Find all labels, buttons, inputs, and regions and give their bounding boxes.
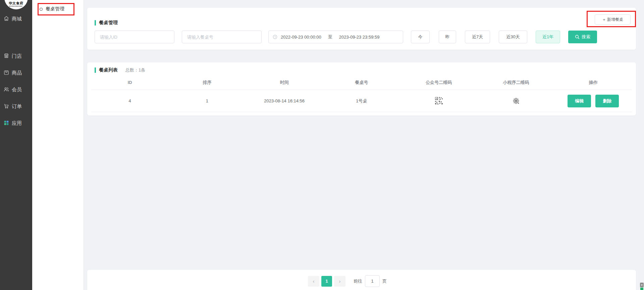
- page-title: 餐桌管理: [99, 20, 118, 26]
- list-title: 餐桌列表: [99, 67, 118, 73]
- prev-page-button[interactable]: ‹: [308, 276, 319, 287]
- cell-sort: 1: [168, 90, 246, 112]
- table-row: 4 1 2023-08-14 16:14:56 1号桌: [91, 90, 632, 112]
- search-button[interactable]: 搜索: [568, 31, 597, 43]
- scrollbar-down-arrow[interactable]: ▼: [640, 283, 644, 287]
- next-page-button[interactable]: ›: [334, 276, 345, 287]
- pagination-card: ‹ 1 › 前往 页: [87, 270, 636, 290]
- sidebar-item-label: 门店: [12, 53, 22, 59]
- goods-icon: [3, 69, 9, 77]
- cell-actions: 编辑 删除: [555, 90, 632, 112]
- apps-grid-icon: [3, 120, 9, 127]
- quick-filter-1year[interactable]: 近1年: [536, 31, 560, 43]
- table-header-row: ID 排序 时间 餐桌号 公众号二维码 小程序二维码 操作: [91, 75, 632, 90]
- col-id: ID: [91, 75, 168, 90]
- logo-text: 华太食府: [9, 1, 23, 5]
- search-icon: [575, 35, 580, 39]
- submenu-panel: 餐桌管理: [32, 0, 84, 290]
- quick-filter-today[interactable]: 今: [411, 31, 430, 43]
- official-account-qrcode-image[interactable]: [435, 97, 443, 105]
- col-sort: 排序: [168, 75, 246, 90]
- quick-filter-yesterday[interactable]: 昨: [439, 31, 456, 43]
- date-start: 2022-09-23 00:00:00: [281, 35, 321, 40]
- date-separator: 至: [328, 34, 332, 40]
- table-card: 餐桌列表 总数：1条 ID 排序 时间 餐桌号 公众号二维码 小程序二维码 操作…: [87, 62, 636, 115]
- submenu-item-table-management[interactable]: 餐桌管理: [32, 5, 84, 13]
- sidebar-item-orders[interactable]: 订单: [0, 102, 32, 111]
- pagination: ‹ 1 › 前往 页: [308, 275, 387, 287]
- filter-card: 餐桌管理 ＋ 新增餐桌 2022-09-23 00:00:00 至 2023-0…: [87, 8, 636, 50]
- cell-official-qr: [400, 90, 477, 112]
- table-number-input[interactable]: [182, 31, 262, 43]
- date-range-picker[interactable]: 2022-09-23 00:00:00 至 2023-09-23 23:59:5…: [268, 31, 403, 43]
- cell-miniapp-qr: [477, 90, 554, 112]
- col-table-number: 餐桌号: [323, 75, 400, 90]
- goto-page-input[interactable]: [365, 275, 380, 287]
- quick-filter-7days[interactable]: 近7天: [465, 31, 490, 43]
- sidebar-item-goods[interactable]: 商品: [0, 68, 32, 77]
- quick-filter-30days[interactable]: 近30天: [499, 31, 527, 43]
- radio-circle-icon: [40, 8, 43, 11]
- tables-table: ID 排序 时间 餐桌号 公众号二维码 小程序二维码 操作 4 1 2023-0…: [91, 75, 632, 112]
- page-scrollbar: ▼: [640, 0, 644, 290]
- scrollbar-thumb[interactable]: [640, 288, 643, 290]
- page-unit-label: 页: [382, 278, 387, 284]
- list-total: 总数：1条: [125, 67, 145, 73]
- plus-icon: ＋: [602, 17, 606, 22]
- home-icon: [3, 15, 9, 22]
- col-time: 时间: [246, 75, 323, 90]
- accent-bar: [95, 20, 96, 26]
- submenu-item-label: 餐桌管理: [46, 6, 64, 12]
- sidebar-item-label: 商城: [12, 16, 22, 22]
- app-logo: 华太食府: [4, 0, 28, 9]
- list-title-block: 餐桌列表 总数：1条: [95, 67, 145, 73]
- col-official-qr: 公众号二维码: [400, 75, 477, 90]
- id-input[interactable]: [95, 31, 174, 43]
- sidebar-item-members[interactable]: 会员: [0, 85, 32, 94]
- current-page-button[interactable]: 1: [321, 276, 332, 287]
- sidebar-item-label: 商品: [12, 70, 22, 76]
- add-table-label: 新增餐桌: [607, 17, 623, 22]
- date-end: 2023-09-23 23:59:59: [339, 35, 380, 40]
- cell-time: 2023-08-14 16:14:56: [246, 90, 323, 112]
- sidebar-item-label: 订单: [12, 103, 22, 110]
- cell-id: 4: [91, 90, 168, 112]
- sidebar-item-mall[interactable]: 商城: [0, 14, 32, 23]
- delete-button[interactable]: 删除: [595, 95, 619, 107]
- accent-bar: [95, 67, 96, 73]
- cart-icon: [3, 103, 9, 110]
- chevron-right-icon: ›: [339, 278, 341, 284]
- app-sidebar: 华太食府 商城 门店 商品: [0, 0, 32, 290]
- storefront-icon: [3, 53, 9, 60]
- clock-icon: [273, 35, 277, 39]
- page-title-block: 餐桌管理: [95, 20, 118, 26]
- members-icon: [3, 86, 9, 93]
- col-actions: 操作: [555, 75, 632, 90]
- miniprogram-qrcode-image[interactable]: [512, 96, 521, 105]
- logo-subtext: [9, 6, 23, 7]
- add-table-button[interactable]: ＋ 新增餐桌: [595, 14, 631, 25]
- edit-button[interactable]: 编辑: [568, 95, 591, 107]
- sidebar-item-label: 会员: [12, 87, 22, 93]
- chevron-left-icon: ‹: [313, 278, 315, 284]
- sidebar-item-apps[interactable]: 应用: [0, 119, 32, 128]
- sidebar-item-store[interactable]: 门店: [0, 52, 32, 60]
- cell-table-number: 1号桌: [323, 90, 400, 112]
- col-miniapp-qr: 小程序二维码: [477, 75, 554, 90]
- goto-label: 前往: [354, 278, 362, 284]
- sidebar-item-label: 应用: [12, 120, 22, 127]
- search-label: 搜索: [582, 34, 590, 40]
